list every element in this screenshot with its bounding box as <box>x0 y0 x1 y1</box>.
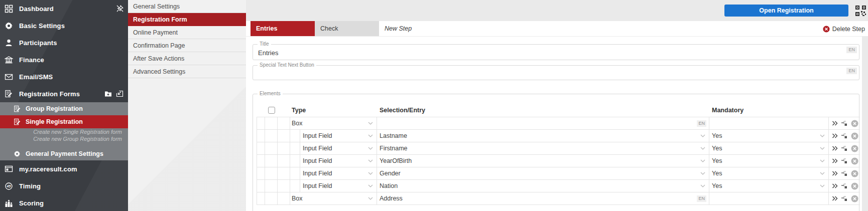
main-panel: Open Registration Entries Check New Step <box>246 0 868 211</box>
element-row-input: Input Field YearOfBirth Yes <box>257 154 860 167</box>
expand-row-icon[interactable] <box>832 196 838 201</box>
submenu-item-label: General Payment Settings <box>26 150 103 157</box>
add-child-element-icon[interactable] <box>841 158 848 164</box>
menu-item-registration-form[interactable]: Registration Form <box>128 13 246 26</box>
create-single-registration-link[interactable]: Create new Single Registration form <box>0 128 128 135</box>
top-toolbar: Open Registration <box>246 0 868 21</box>
select-all-checkbox[interactable] <box>268 107 275 114</box>
expand-row-icon[interactable] <box>832 158 838 163</box>
add-child-element-icon[interactable] <box>841 170 848 176</box>
selection-cell[interactable]: Address EN <box>377 192 709 204</box>
selection-cell[interactable]: EN <box>377 117 709 129</box>
sidebar-item-label: Participants <box>19 39 57 47</box>
sidebar-item-dashboard[interactable]: Dashboard <box>0 0 128 17</box>
add-child-element-icon[interactable] <box>841 133 848 139</box>
sidebar-item-scoring[interactable]: Scoring <box>0 194 128 211</box>
expand-row-icon[interactable] <box>832 146 838 151</box>
selection-select[interactable]: Gender <box>377 167 709 179</box>
sidebar-item-label: Timing <box>19 182 41 190</box>
sidebar-item-group-registration[interactable]: Group Registration <box>0 102 128 115</box>
tab-check[interactable]: Check <box>315 21 379 36</box>
tab-entries[interactable]: Entries <box>251 21 315 36</box>
delete-step-button[interactable]: Delete Step <box>823 21 865 37</box>
type-select[interactable]: Input Field <box>300 167 377 179</box>
mandatory-select[interactable]: Yes <box>709 180 829 192</box>
delete-row-icon[interactable] <box>851 195 858 202</box>
sidebar-item-finance[interactable]: Finance <box>0 51 128 68</box>
open-registration-button[interactable]: Open Registration <box>724 5 848 17</box>
delete-row-icon[interactable] <box>851 182 858 190</box>
timing-icon: 45 <box>5 182 13 190</box>
delete-row-icon[interactable] <box>851 145 858 152</box>
language-badge: EN <box>697 195 706 202</box>
delete-row-icon[interactable] <box>851 132 858 140</box>
sidebar-item-email-sms[interactable]: Email/SMS <box>0 68 128 85</box>
add-child-element-icon[interactable] <box>841 145 848 151</box>
new-folder-icon[interactable] <box>104 90 112 98</box>
delete-row-icon[interactable] <box>851 157 858 165</box>
tab-new-step[interactable]: New Step <box>379 21 443 36</box>
title-input[interactable] <box>253 45 829 57</box>
qr-code-icon[interactable] <box>854 5 867 17</box>
language-badge: EN <box>846 68 857 74</box>
chevron-down-icon <box>820 159 825 162</box>
mandatory-select[interactable]: Yes <box>709 130 829 142</box>
special-text-input[interactable] <box>253 66 829 78</box>
chevron-down-icon <box>368 197 373 200</box>
selection-select[interactable]: Firstname <box>377 142 709 154</box>
chevron-down-icon <box>368 184 373 187</box>
chevron-down-icon <box>820 147 825 150</box>
mandatory-select[interactable]: Yes <box>709 142 829 154</box>
unpin-icon[interactable] <box>115 5 124 13</box>
expand-row-icon[interactable] <box>832 183 838 188</box>
type-select[interactable]: Box <box>290 117 377 129</box>
sidebar-item-participants[interactable]: Participants <box>0 34 128 51</box>
expand-row-icon[interactable] <box>832 121 838 126</box>
add-child-element-icon[interactable] <box>841 195 848 201</box>
selection-select[interactable]: Nation <box>377 180 709 192</box>
elements-table: Type Selection/Entry Mandatory Box <box>257 104 860 211</box>
create-group-registration-link[interactable]: Create new Group Registration form <box>0 135 128 142</box>
type-select[interactable]: Input Field <box>300 142 377 154</box>
selection-select[interactable]: YearOfBirth <box>377 155 709 167</box>
add-child-element-icon[interactable] <box>841 120 848 126</box>
import-form-icon[interactable] <box>115 90 124 98</box>
sidebar-item-single-registration[interactable]: Single Registration <box>0 115 128 128</box>
main-sidebar: Dashboard Basic Settings <box>0 0 128 211</box>
menu-item-general-settings[interactable]: General Settings <box>128 0 246 13</box>
type-select[interactable]: Input Field <box>300 155 377 167</box>
selection-select[interactable]: Lastname <box>377 130 709 142</box>
chevron-down-icon <box>820 184 825 187</box>
registration-forms-submenu: Group Registration Single Registration C… <box>0 102 128 160</box>
delete-row-icon[interactable] <box>851 170 858 177</box>
step-editor: Title EN Special Text Next Button EN Ele… <box>246 37 862 211</box>
column-header-selection: Selection/Entry <box>377 104 709 117</box>
type-select[interactable]: Input Field <box>300 180 377 192</box>
sidebar-item-general-payment-settings[interactable]: General Payment Settings <box>0 145 128 160</box>
sidebar-item-my-raceresult[interactable]: my.raceresult.com <box>0 160 128 177</box>
element-row-input: Input Field Gender Yes <box>257 167 860 179</box>
type-select[interactable]: Box <box>290 192 377 204</box>
expand-row-icon[interactable] <box>832 171 838 176</box>
menu-item-advanced-settings[interactable]: Advanced Settings <box>128 65 246 78</box>
element-row-input: Input Field Firstname Yes <box>257 142 860 154</box>
sidebar-item-registration-forms[interactable]: Registration Forms <box>0 85 128 102</box>
expand-row-icon[interactable] <box>832 133 838 138</box>
menu-item-online-payment[interactable]: Online Payment <box>128 26 246 39</box>
chevron-down-icon <box>368 122 373 125</box>
title-field-label: Title <box>258 41 271 47</box>
type-select[interactable]: Input Field <box>300 130 377 142</box>
podium-icon <box>5 199 13 207</box>
menu-item-after-save-actions[interactable]: After Save Actions <box>128 52 246 65</box>
add-child-element-icon[interactable] <box>841 183 848 189</box>
mandatory-select[interactable]: Yes <box>709 155 829 167</box>
delete-step-icon <box>823 26 830 33</box>
delete-row-icon[interactable] <box>851 120 858 127</box>
menu-item-confirmation-page[interactable]: Confirmation Page <box>128 39 246 52</box>
envelope-icon <box>5 73 13 81</box>
sidebar-item-basic-settings[interactable]: Basic Settings <box>0 17 128 34</box>
dashboard-icon <box>5 5 13 13</box>
chevron-down-icon <box>700 147 705 150</box>
mandatory-select[interactable]: Yes <box>709 167 829 179</box>
sidebar-item-timing[interactable]: 45 Timing <box>0 177 128 194</box>
